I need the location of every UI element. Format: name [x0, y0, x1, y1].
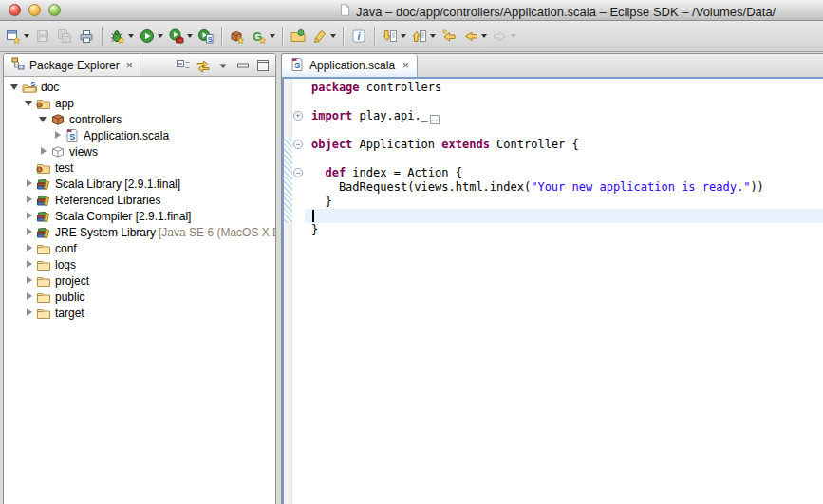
tree-item-label: conf: [55, 242, 77, 255]
print-button[interactable]: [76, 25, 98, 47]
tree-item-label: public: [55, 290, 84, 304]
code-text-area[interactable]: package controllersimport play.api._..ob…: [305, 79, 823, 504]
tree-item-scala-compiler-2-9-1-final[interactable]: Scala Compiler [2.9.1.final]: [4, 208, 275, 224]
toolbar-separator: [102, 27, 103, 46]
code-line: BadRequest(views.html.index("Your new ap…: [311, 180, 823, 195]
minimize-window-button[interactable]: [28, 4, 41, 16]
dropdown-arrow-icon[interactable]: [187, 34, 193, 38]
views-package-icon: [50, 144, 65, 159]
zoom-window-button[interactable]: [48, 4, 61, 16]
link-with-editor-icon[interactable]: [196, 58, 211, 73]
window-titlebar: Java – doc/app/controllers/Application.s…: [0, 0, 823, 21]
tree-item-app[interactable]: app: [4, 95, 275, 111]
folding-margin[interactable]: +−−: [293, 79, 305, 504]
expand-arrow[interactable]: [24, 178, 34, 189]
expand-arrow[interactable]: [24, 243, 34, 253]
expand-arrow[interactable]: [38, 146, 48, 157]
dropdown-arrow-icon[interactable]: [24, 34, 29, 38]
save-icon: [35, 28, 51, 45]
debug-icon: [110, 28, 126, 45]
tree-item-referenced-libraries[interactable]: Referenced Libraries: [4, 192, 275, 208]
dropdown-arrow-icon[interactable]: [128, 34, 134, 38]
dropdown-arrow-icon[interactable]: [270, 34, 275, 38]
arrow-spacer: [24, 162, 34, 173]
tree-item-logs[interactable]: logs: [4, 256, 275, 272]
fold-collapse-icon[interactable]: −: [293, 168, 303, 177]
previous-annotation-icon: [412, 28, 428, 45]
tree-item-label: logs: [55, 258, 76, 271]
fold-collapse-icon[interactable]: −: [293, 140, 303, 149]
run-external-tools-button[interactable]: [166, 25, 196, 47]
minimize-icon[interactable]: [235, 58, 251, 73]
tree-item-doc[interactable]: Sdoc: [4, 79, 275, 95]
dropdown-arrow-icon[interactable]: [511, 34, 516, 38]
package-folder-icon: [36, 96, 51, 111]
expand-arrow[interactable]: [24, 227, 34, 237]
tree-item-public[interactable]: public: [4, 289, 275, 305]
tree-item-decoration: [Java SE 6 (MacOS X Def: [159, 226, 275, 239]
dropdown-arrow-icon[interactable]: [401, 34, 406, 38]
run-scala-application-button[interactable]: S: [196, 25, 217, 47]
previous-annotation-button[interactable]: [409, 25, 439, 47]
tree-item-label: views: [69, 145, 98, 159]
traffic-lights: [9, 4, 61, 16]
highlighter-pen-icon: [312, 28, 328, 45]
tree-item-project[interactable]: project: [4, 272, 275, 289]
back-button[interactable]: [460, 25, 490, 47]
new-wizard-g-button[interactable]: G: [249, 25, 278, 47]
source-editor[interactable]: +−− package controllersimport play.api._…: [282, 79, 823, 504]
tab-package-explorer[interactable]: Package Explorer ×: [4, 54, 140, 76]
tree-item-label: target: [55, 307, 84, 320]
info-button[interactable]: i: [348, 25, 370, 47]
debug-button[interactable]: [107, 25, 137, 47]
tree-item-controllers[interactable]: controllers: [4, 111, 275, 127]
close-window-button[interactable]: [9, 4, 21, 16]
tree-item-conf[interactable]: conf: [4, 240, 275, 256]
svg-text:S: S: [69, 132, 75, 141]
save-all-button: [54, 25, 76, 47]
next-annotation-button[interactable]: [380, 25, 409, 47]
expand-arrow[interactable]: [24, 259, 34, 270]
expand-arrow[interactable]: [9, 82, 20, 92]
highlighter-pen-button[interactable]: [309, 25, 339, 47]
new-wizard-icon: [6, 28, 22, 45]
collapse-all-icon[interactable]: [176, 58, 191, 73]
last-edit-location-button[interactable]: [439, 25, 460, 47]
project-tree: SdocappcontrollersSApplication.scalaview…: [4, 77, 275, 504]
maximize-icon[interactable]: [255, 58, 271, 73]
new-java-package-button[interactable]: [227, 25, 249, 47]
expand-arrow[interactable]: [24, 275, 34, 286]
fold-expand-icon[interactable]: +: [293, 111, 303, 121]
expand-arrow[interactable]: [24, 98, 34, 108]
expand-arrow[interactable]: [24, 195, 34, 205]
new-wizard-button[interactable]: [3, 25, 32, 47]
tree-item-application-scala[interactable]: SApplication.scala: [4, 127, 275, 143]
expand-arrow[interactable]: [24, 291, 34, 302]
open-artifact-button[interactable]: [288, 25, 309, 47]
toolbar-separator: [221, 27, 223, 46]
tree-item-label: JRE System Library: [55, 226, 156, 239]
view-menu-icon[interactable]: [215, 58, 231, 73]
tree-item-target[interactable]: target: [4, 305, 275, 321]
save-button: [32, 25, 54, 47]
expand-arrow[interactable]: [52, 130, 63, 140]
library-icon: [36, 225, 51, 240]
scala-file-icon: S: [290, 57, 305, 75]
annotation-ruler[interactable]: [284, 79, 292, 504]
expand-arrow[interactable]: [24, 308, 34, 318]
tab-application-scala[interactable]: S Application.scala ×: [282, 54, 418, 77]
tree-item-jre-system-library[interactable]: JRE System Library[Java SE 6 (MacOS X De…: [4, 224, 275, 240]
close-editor-icon[interactable]: ×: [402, 61, 409, 70]
folder-icon: [36, 306, 51, 321]
run-button[interactable]: [137, 25, 166, 47]
dropdown-arrow-icon[interactable]: [481, 34, 487, 38]
expand-arrow[interactable]: [38, 114, 48, 124]
dropdown-arrow-icon[interactable]: [430, 34, 436, 38]
dropdown-arrow-icon[interactable]: [158, 34, 163, 38]
dropdown-arrow-icon[interactable]: [330, 34, 336, 38]
tree-item-views[interactable]: views: [4, 143, 275, 159]
tree-item-test[interactable]: test: [4, 159, 275, 176]
close-view-icon[interactable]: ×: [126, 61, 133, 70]
tree-item-scala-library-2-9-1-final[interactable]: Scala Library [2.9.1.final]: [4, 176, 275, 192]
expand-arrow[interactable]: [24, 211, 34, 221]
